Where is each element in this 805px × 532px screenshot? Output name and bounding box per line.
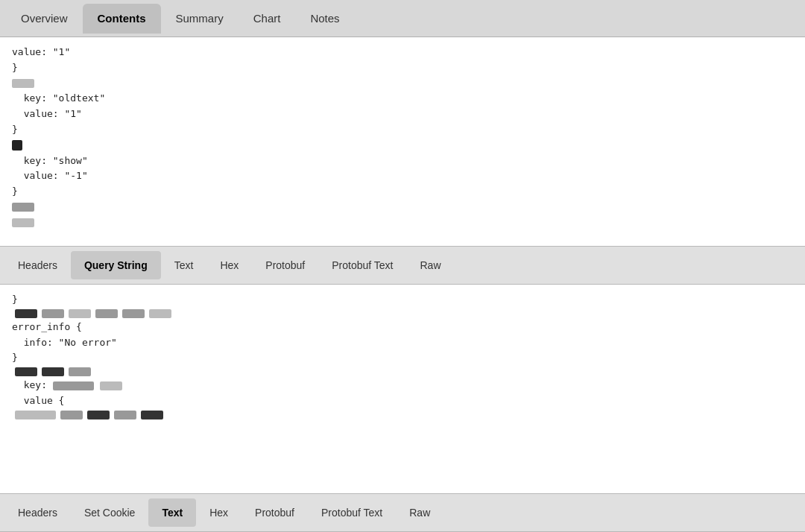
redacted-gray-4: [69, 367, 91, 376]
upper-sub-tab-bar: Headers Query String Text Hex Protobuf P…: [0, 246, 805, 285]
tab-contents[interactable]: Contents: [83, 4, 161, 34]
upper-code-text: value: "1" } key: "oldtext" value: "1" }…: [12, 45, 793, 246]
redacted-gray-3: [122, 309, 145, 318]
redacted-row-2: [12, 367, 793, 376]
redacted-block-bottom: [12, 203, 34, 212]
lower-subtab-raw[interactable]: Raw: [396, 498, 443, 527]
redacted-dark-3: [42, 367, 64, 376]
top-tab-bar: Overview Contents Summary Chart Notes: [0, 0, 805, 37]
redacted-dots-2: [12, 218, 34, 227]
main-content: value: "1" } key: "oldtext" value: "1" }…: [0, 37, 805, 532]
lower-pane: } error_info { info: "No error" } key: v…: [0, 285, 805, 532]
redacted-light-2: [149, 309, 171, 318]
redacted-light-3: [15, 411, 56, 419]
lower-sub-tab-bar: Headers Set Cookie Text Hex Protobuf Pro…: [0, 493, 805, 532]
redacted-key-value: [53, 381, 94, 390]
lower-subtab-hex[interactable]: Hex: [196, 498, 242, 527]
redacted-gray-5: [60, 411, 83, 419]
redacted-gray-2: [95, 309, 118, 318]
redacted-light-1: [69, 309, 91, 318]
redacted-gray-6: [114, 411, 136, 419]
tab-notes[interactable]: Notes: [295, 4, 354, 34]
redacted-dark-5: [141, 411, 163, 419]
redacted-dark-1: [15, 309, 37, 318]
upper-subtab-raw[interactable]: Raw: [407, 251, 455, 279]
lower-subtab-protobuf[interactable]: Protobuf: [242, 498, 308, 527]
upper-subtab-text[interactable]: Text: [161, 251, 207, 279]
upper-pane: value: "1" } key: "oldtext" value: "1" }…: [0, 37, 805, 285]
redacted-row-3: [12, 411, 793, 419]
lower-subtab-set-cookie[interactable]: Set Cookie: [71, 498, 148, 527]
upper-code-area[interactable]: value: "1" } key: "oldtext" value: "1" }…: [0, 37, 805, 246]
lower-code-area[interactable]: } error_info { info: "No error" } key: v…: [0, 285, 805, 493]
redacted-row-1: [12, 309, 793, 318]
redacted-gray-1: [42, 309, 64, 318]
tab-summary[interactable]: Summary: [161, 4, 239, 34]
upper-subtab-query-string[interactable]: Query String: [71, 251, 161, 279]
tab-chart[interactable]: Chart: [239, 4, 296, 34]
redacted-dots: [12, 79, 34, 88]
upper-subtab-protobuf-text[interactable]: Protobuf Text: [318, 251, 406, 279]
lower-code-text: } error_info { info: "No error" } key: v…: [12, 292, 793, 452]
upper-subtab-headers[interactable]: Headers: [4, 251, 71, 279]
upper-subtab-protobuf[interactable]: Protobuf: [252, 251, 318, 279]
redacted-dark-2: [15, 367, 37, 376]
bullet-black-1: [12, 140, 22, 151]
upper-subtab-hex[interactable]: Hex: [206, 251, 252, 279]
tab-overview[interactable]: Overview: [6, 4, 83, 34]
lower-subtab-protobuf-text[interactable]: Protobuf Text: [308, 498, 396, 527]
lower-subtab-headers[interactable]: Headers: [4, 498, 71, 527]
lower-subtab-text[interactable]: Text: [148, 498, 196, 527]
redacted-dark-4: [87, 411, 110, 419]
redacted-dots-3: [100, 381, 122, 390]
